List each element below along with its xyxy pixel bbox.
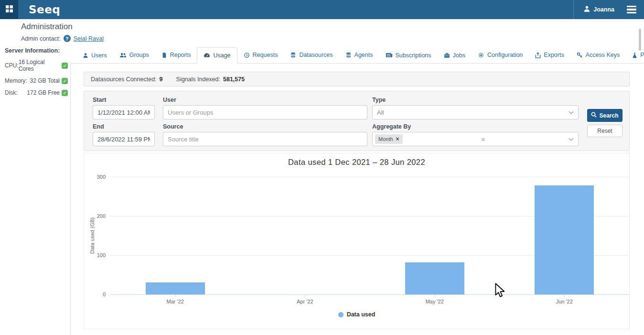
x-axis-tick-label: Apr '22 <box>283 299 326 304</box>
search-button[interactable]: Search <box>587 109 623 122</box>
aggregate-by-label: Aggregate By <box>372 123 411 130</box>
tab-label: Access Keys <box>586 52 620 58</box>
type-select[interactable]: All <box>372 105 579 119</box>
database-icon <box>290 52 296 58</box>
user-label: User <box>163 97 176 103</box>
person-icon <box>583 5 590 14</box>
x-axis-tick-label: Mar '22 <box>154 299 197 304</box>
legend-marker-icon <box>338 312 343 317</box>
tab-label: Users <box>91 53 107 59</box>
tab-label: Usage <box>213 53 230 59</box>
y-axis-tick-label: 200 <box>89 213 106 219</box>
y-gridline <box>110 177 629 177</box>
x-axis-line <box>110 294 629 295</box>
tab-configuration[interactable]: Configuration <box>472 47 529 63</box>
x-axis-tick-label: May '22 <box>413 299 456 304</box>
bar-may22 <box>405 262 464 294</box>
clear-icon[interactable]: × <box>481 136 485 143</box>
admin-contact: Admin contact: Sejal Raval <box>21 35 104 42</box>
search-button-label: Search <box>599 112 618 119</box>
tab-label: Datasources <box>299 52 333 58</box>
user-name: Joanna <box>593 6 614 13</box>
tab-label: Configuration <box>487 52 523 58</box>
signals-indexed-value: 581,575 <box>223 76 245 83</box>
help-icon[interactable] <box>64 35 71 42</box>
start-date-input[interactable] <box>93 105 155 119</box>
stats-bar: Datasources Connected: 9 Signals Indexed… <box>84 72 630 86</box>
tab-label: Jobs <box>453 53 465 59</box>
y-axis-tick-label: 300 <box>89 174 106 180</box>
tab-label: Requests <box>253 52 278 58</box>
search-icon <box>591 112 597 119</box>
admin-contact-link[interactable]: Sejal Raval <box>74 35 104 42</box>
server-info-panel: Server Information: CPU:16 Logical Cores… <box>5 47 68 101</box>
tab-requests[interactable]: Requests <box>237 47 284 63</box>
gears-icon <box>478 52 484 58</box>
tab-users[interactable]: Users <box>76 48 113 64</box>
datasources-connected-value: 9 <box>160 76 163 83</box>
tab-label: Reports <box>170 52 191 58</box>
hamburger-menu-icon[interactable] <box>625 4 638 15</box>
chart-title: Data used 1 Dec 2021 – 28 Jun 2022 <box>84 158 629 167</box>
datasources-connected-label: Datasources Connected: <box>91 76 157 83</box>
reset-button[interactable]: Reset <box>587 125 623 137</box>
history-icon <box>244 52 250 58</box>
remove-tag-icon[interactable]: × <box>396 136 399 142</box>
server-info-title: Server Information: <box>5 47 68 54</box>
server-stat-value: 16 Logical Cores <box>19 59 68 72</box>
tab-datasources[interactable]: Datasources <box>284 47 339 63</box>
top-navbar: Seeq Joanna <box>0 0 644 19</box>
server-info-row: CPU:16 Logical Cores <box>5 59 68 72</box>
bar-jun22 <box>535 185 594 294</box>
end-date-input[interactable] <box>93 132 155 146</box>
gauge-icon <box>204 53 210 58</box>
y-axis-tick-label: 0 <box>89 292 106 297</box>
tab-usage[interactable]: Usage <box>197 47 237 64</box>
admin-contact-label: Admin contact: <box>21 35 61 42</box>
app-grid-button[interactable] <box>0 0 18 19</box>
aggregate-tag: Month × <box>375 134 403 144</box>
aggregate-by-select[interactable]: Month × × <box>372 132 579 146</box>
tab-plugins[interactable]: Plugins <box>626 47 644 63</box>
legend-item-data-used[interactable]: Data used <box>84 311 629 318</box>
tab-groups[interactable]: Groups <box>113 47 155 63</box>
aggregate-tag-label: Month <box>378 136 393 142</box>
tab-subscriptions[interactable]: Subscriptions <box>379 48 438 64</box>
tab-jobs[interactable]: Jobs <box>438 48 472 64</box>
key-icon <box>577 52 583 58</box>
tab-access-keys[interactable]: Access Keys <box>570 47 626 63</box>
users-icon <box>119 52 127 58</box>
y-axis-title: Data used (GB) <box>89 217 95 254</box>
tab-reports[interactable]: Reports <box>155 47 197 63</box>
vertical-scrollbar-thumb[interactable] <box>639 29 641 51</box>
newspaper-icon <box>386 53 393 58</box>
database-icon <box>345 52 352 58</box>
end-label: End <box>93 123 104 130</box>
tab-label: Plugins <box>640 52 644 58</box>
x-axis-tick <box>305 294 305 297</box>
export-icon <box>535 52 541 58</box>
user-menu[interactable]: Joanna <box>583 5 614 14</box>
brand-logo: Seeq <box>29 3 60 16</box>
legend-label: Data used <box>347 311 376 318</box>
grid-icon <box>6 5 13 14</box>
file-icon <box>161 52 167 58</box>
tab-agents[interactable]: Agents <box>339 47 379 63</box>
content-left-border <box>70 64 71 335</box>
user-input[interactable] <box>163 105 367 119</box>
start-label: Start <box>93 97 106 103</box>
type-label: Type <box>372 97 386 103</box>
usage-chart-panel: Data used 1 Dec 2021 – 28 Jun 2022 Data … <box>84 153 630 329</box>
bar-mar22 <box>146 282 205 294</box>
x-axis-tick <box>564 294 565 297</box>
server-info-row: Disk:172 GB Free <box>5 89 68 96</box>
tab-label: Groups <box>129 52 149 58</box>
source-input[interactable] <box>163 132 367 146</box>
flask-icon <box>632 52 637 58</box>
check-icon <box>62 78 68 84</box>
tab-exports[interactable]: Exports <box>529 47 570 63</box>
source-label: Source <box>163 123 183 130</box>
y-axis-tick-label: 100 <box>89 252 106 258</box>
header-divider <box>573 0 574 19</box>
server-stat-value: 32 GB Total <box>30 77 68 84</box>
